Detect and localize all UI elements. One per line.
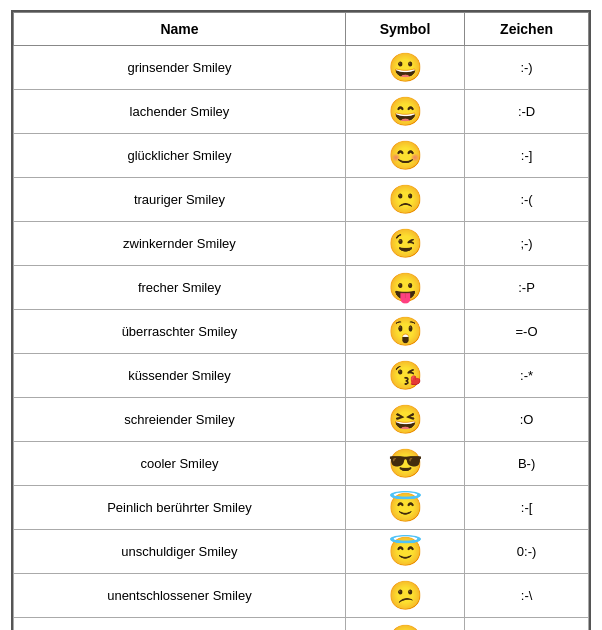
table-row: weinender Smiley😢:'(	[14, 618, 589, 631]
cell-name: trauriger Smiley	[14, 178, 346, 222]
table-row: frecher Smiley😛:-P	[14, 266, 589, 310]
cell-name: schreiender Smiley	[14, 398, 346, 442]
cell-emoji: 😢	[345, 618, 464, 631]
table-row: grinsender Smiley😀:-)	[14, 46, 589, 90]
cell-name: glücklicher Smiley	[14, 134, 346, 178]
cell-name: frecher Smiley	[14, 266, 346, 310]
cell-zeichen: 0:-)	[465, 530, 589, 574]
table-row: trauriger Smiley🙁:-(	[14, 178, 589, 222]
cell-zeichen: :-)	[465, 46, 589, 90]
cell-zeichen: :-[	[465, 486, 589, 530]
cell-zeichen: B-)	[465, 442, 589, 486]
cell-zeichen: :-D	[465, 90, 589, 134]
cell-emoji: 😇	[345, 486, 464, 530]
header-symbol: Symbol	[345, 13, 464, 46]
header-zeichen: Zeichen	[465, 13, 589, 46]
cell-name: überraschter Smiley	[14, 310, 346, 354]
table-row: Peinlich berührter Smiley😇:-[	[14, 486, 589, 530]
table-header-row: Name Symbol Zeichen	[14, 13, 589, 46]
cell-zeichen: :-P	[465, 266, 589, 310]
table-row: unentschlossener Smiley😕:-\	[14, 574, 589, 618]
cell-name: grinsender Smiley	[14, 46, 346, 90]
cell-zeichen: :O	[465, 398, 589, 442]
cell-emoji: 😊	[345, 134, 464, 178]
table-row: cooler Smiley😎B-)	[14, 442, 589, 486]
cell-emoji: 😄	[345, 90, 464, 134]
cell-name: küssender Smiley	[14, 354, 346, 398]
cell-zeichen: :-]	[465, 134, 589, 178]
cell-name: lachender Smiley	[14, 90, 346, 134]
table-row: zwinkernder Smiley😉;-)	[14, 222, 589, 266]
table-row: glücklicher Smiley😊:-]	[14, 134, 589, 178]
cell-zeichen: ;-)	[465, 222, 589, 266]
table-row: küssender Smiley😘:-*	[14, 354, 589, 398]
table-row: schreiender Smiley😆:O	[14, 398, 589, 442]
table-row: überraschter Smiley😲=-O	[14, 310, 589, 354]
cell-zeichen: :-(	[465, 178, 589, 222]
cell-zeichen: :'(	[465, 618, 589, 631]
cell-zeichen: :-\	[465, 574, 589, 618]
cell-emoji: 😀	[345, 46, 464, 90]
smiley-table: Name Symbol Zeichen grinsender Smiley😀:-…	[13, 12, 589, 630]
smiley-table-wrapper: Name Symbol Zeichen grinsender Smiley😀:-…	[11, 10, 591, 630]
cell-zeichen: :-*	[465, 354, 589, 398]
cell-emoji: 🙁	[345, 178, 464, 222]
cell-name: Peinlich berührter Smiley	[14, 486, 346, 530]
cell-name: cooler Smiley	[14, 442, 346, 486]
cell-emoji: 😆	[345, 398, 464, 442]
cell-emoji: 😇	[345, 530, 464, 574]
cell-emoji: 😎	[345, 442, 464, 486]
header-name: Name	[14, 13, 346, 46]
cell-emoji: 😉	[345, 222, 464, 266]
cell-name: weinender Smiley	[14, 618, 346, 631]
cell-emoji: 😲	[345, 310, 464, 354]
table-row: unschuldiger Smiley😇0:-)	[14, 530, 589, 574]
cell-emoji: 😛	[345, 266, 464, 310]
cell-emoji: 😕	[345, 574, 464, 618]
cell-name: zwinkernder Smiley	[14, 222, 346, 266]
table-row: lachender Smiley😄:-D	[14, 90, 589, 134]
cell-zeichen: =-O	[465, 310, 589, 354]
cell-name: unschuldiger Smiley	[14, 530, 346, 574]
cell-emoji: 😘	[345, 354, 464, 398]
cell-name: unentschlossener Smiley	[14, 574, 346, 618]
